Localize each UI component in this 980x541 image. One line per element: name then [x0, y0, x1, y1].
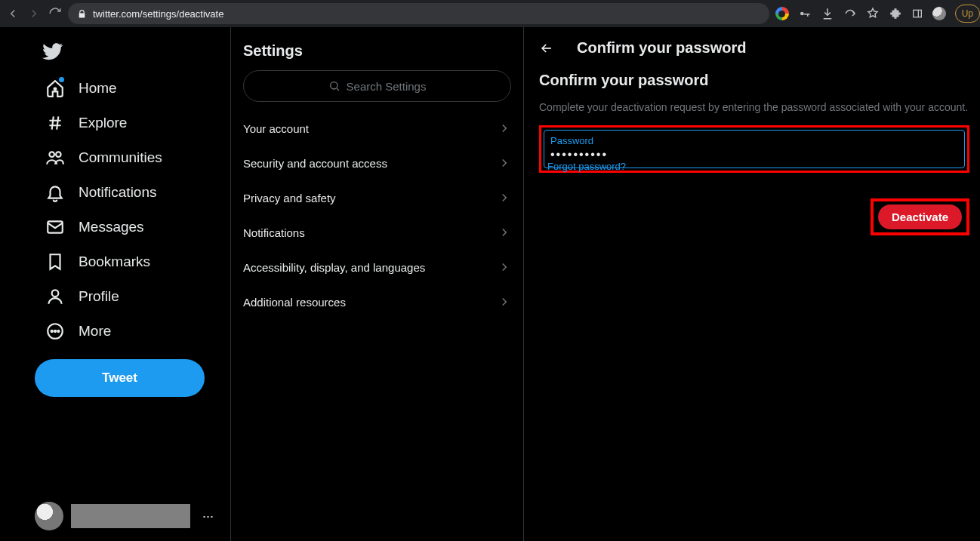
browser-profile-avatar[interactable] [932, 7, 946, 20]
detail-sub-title: Confirm your password [539, 72, 969, 89]
browser-forward-icon[interactable] [27, 7, 41, 20]
nav-bookmarks[interactable]: Bookmarks [35, 244, 161, 279]
notification-dot-icon [59, 77, 64, 82]
bookmark-star-icon[interactable] [866, 7, 880, 20]
settings-item-account[interactable]: Your account [231, 111, 523, 146]
nav-messages[interactable]: Messages [35, 210, 155, 244]
svg-point-9 [54, 330, 56, 332]
nav-label: Notifications [79, 184, 157, 201]
primary-nav: Home Explore Communities Notifications M [0, 27, 231, 541]
svg-point-2 [54, 88, 57, 91]
svg-point-10 [57, 330, 59, 332]
extensions-icon[interactable] [889, 7, 902, 20]
browser-right-icons: Up [775, 5, 974, 23]
back-arrow-icon[interactable] [539, 41, 554, 56]
forgot-password-link[interactable]: Forgot password? [547, 161, 626, 172]
deactivate-row: Deactivate [539, 198, 969, 235]
settings-item-label: Additional resources [243, 296, 346, 309]
settings-search-input[interactable]: Search Settings [243, 70, 511, 102]
svg-point-0 [800, 12, 804, 16]
chevron-right-icon [498, 121, 511, 135]
detail-header-title: Confirm your password [577, 39, 746, 57]
user-avatar [35, 502, 63, 530]
settings-item-privacy[interactable]: Privacy and safety [231, 180, 523, 215]
deactivate-button[interactable]: Deactivate [878, 204, 962, 229]
chevron-right-icon [498, 191, 511, 204]
nav-label: Explore [79, 115, 127, 131]
nav-label: Bookmarks [79, 254, 150, 270]
nav-label: Communities [79, 149, 162, 166]
nav-home[interactable]: Home [35, 71, 128, 106]
svg-rect-1 [913, 10, 921, 17]
more-circle-icon [45, 321, 65, 341]
user-name-redacted [71, 504, 190, 528]
google-account-icon[interactable] [775, 7, 789, 20]
nav-notifications[interactable]: Notifications [35, 175, 168, 210]
nav-label: Home [79, 80, 117, 97]
deactivate-highlight-box: Deactivate [871, 198, 969, 235]
nav-label: Messages [79, 219, 144, 235]
settings-search-placeholder: Search Settings [347, 80, 427, 93]
browser-nav-group [6, 7, 62, 20]
settings-heading: Settings [231, 38, 523, 70]
download-icon[interactable] [821, 7, 834, 20]
bell-icon [45, 183, 65, 202]
detail-help-text: Complete your deactivation request by en… [539, 101, 969, 113]
settings-item-label: Accessibility, display, and languages [243, 261, 425, 274]
password-highlight-box: Password Forgot password? [539, 125, 969, 173]
browser-reload-icon[interactable] [48, 7, 62, 20]
chevron-right-icon [498, 156, 511, 170]
hashtag-icon [45, 113, 65, 133]
share-icon[interactable] [843, 7, 857, 20]
settings-item-notifications[interactable]: Notifications [231, 215, 523, 250]
svg-point-4 [56, 152, 61, 157]
tweet-button[interactable]: Tweet [35, 359, 205, 397]
key-icon[interactable] [798, 7, 812, 20]
nav-profile[interactable]: Profile [35, 279, 130, 314]
settings-item-security[interactable]: Security and account access [231, 146, 523, 180]
browser-back-icon[interactable] [6, 7, 20, 20]
browser-chrome: twitter.com/settings/deactivate Up [0, 0, 980, 27]
password-input[interactable] [550, 148, 958, 161]
lock-icon [77, 9, 87, 19]
nav-label: More [79, 323, 111, 340]
panel-icon[interactable] [911, 8, 923, 20]
profile-icon [45, 287, 65, 306]
svg-point-3 [49, 152, 54, 157]
communities-icon [45, 148, 65, 168]
bookmark-icon [45, 252, 65, 272]
svg-point-8 [51, 330, 53, 332]
more-dots-icon[interactable]: ··· [198, 509, 218, 524]
settings-item-label: Your account [243, 122, 309, 135]
settings-item-accessibility[interactable]: Accessibility, display, and languages [231, 250, 523, 284]
password-label: Password [550, 135, 958, 146]
nav-explore[interactable]: Explore [35, 106, 137, 140]
svg-point-6 [52, 290, 59, 297]
nav-label: Profile [79, 288, 119, 305]
nav-more[interactable]: More [35, 314, 122, 349]
settings-item-label: Security and account access [243, 157, 387, 170]
svg-point-11 [330, 82, 337, 89]
browser-omnibox[interactable]: twitter.com/settings/deactivate [68, 3, 769, 24]
browser-update-button[interactable]: Up [955, 5, 980, 23]
browser-url: twitter.com/settings/deactivate [93, 8, 223, 20]
chevron-right-icon [498, 295, 511, 309]
detail-header: Confirm your password [539, 38, 969, 67]
nav-communities[interactable]: Communities [35, 140, 173, 175]
twitter-app: Home Explore Communities Notifications M [0, 27, 980, 541]
twitter-logo-icon[interactable] [42, 41, 230, 62]
mail-icon [45, 217, 65, 237]
settings-item-label: Notifications [243, 226, 305, 239]
settings-item-label: Privacy and safety [243, 192, 336, 204]
detail-column: Confirm your password Confirm your passw… [524, 27, 980, 541]
chevron-right-icon [498, 260, 511, 274]
settings-item-resources[interactable]: Additional resources [231, 284, 523, 319]
settings-column: Settings Search Settings Your account Se… [231, 27, 524, 541]
chevron-right-icon [498, 226, 511, 239]
search-icon [328, 80, 341, 92]
account-switcher[interactable]: ··· [35, 502, 218, 530]
